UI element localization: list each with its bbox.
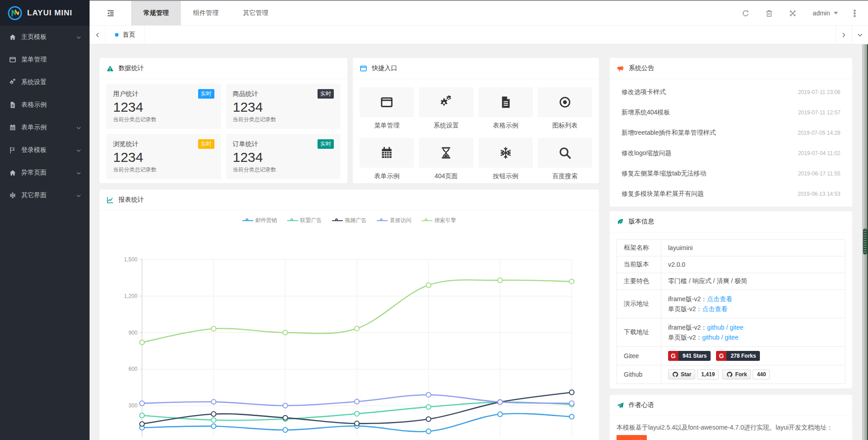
refresh-button[interactable]	[734, 0, 758, 26]
version-info-card: 版本信息 框架名称layuimini当前版本v2.0.0主要特色零门槛 / 响应…	[610, 211, 852, 388]
page-tab-1[interactable]: 首页	[106, 26, 145, 44]
tab-scroll-left-button[interactable]	[90, 26, 106, 44]
legend-item-1[interactable]: 邮件营销	[242, 217, 277, 224]
notice-time: 2019-06-13 14:53	[797, 191, 840, 197]
quick-entry-label: 菜单管理	[360, 122, 414, 130]
sidebar-item-5[interactable]: 表单示例	[0, 116, 90, 139]
svg-text:1,200: 1,200	[124, 293, 138, 299]
legend-label: 联盟广告	[300, 217, 322, 224]
home-icon	[9, 169, 16, 176]
quick-entry-4[interactable]: 图标列表	[538, 87, 592, 130]
topbar-tab-1[interactable]: 常规管理	[131, 1, 181, 25]
notice-item-6[interactable]: 修复多模块菜单栏展开有问题2019-06-13 14:53	[615, 184, 847, 204]
notice-item-5[interactable]: 修复左侧菜单缩放tab无法移动2019-06-17 11:55	[615, 163, 847, 184]
topbar-tab-3[interactable]: 其它管理	[231, 1, 280, 25]
tab-scroll-right-button[interactable]	[835, 26, 852, 44]
leaf-icon	[617, 218, 624, 226]
version-row-value: v2.0.0	[661, 256, 845, 273]
more-menu-button[interactable]	[846, 0, 863, 26]
legend-item-3[interactable]: 视频广告	[332, 217, 367, 224]
fullscreen-button[interactable]	[781, 0, 805, 26]
notice-item-3[interactable]: 新增treetable插件和菜单管理样式2019-07-05 14:28	[615, 123, 847, 143]
version-link[interactable]: github	[702, 334, 719, 341]
quick-entry-icon-box	[538, 87, 592, 117]
version-link[interactable]: 点击查看	[707, 295, 732, 303]
version-link-line: iframe版-v2：点击查看	[668, 294, 838, 304]
app-logo[interactable]: LAYUI MINI	[0, 0, 90, 26]
sidebar-item-6[interactable]: 登录模板	[0, 139, 90, 161]
notice-item-2[interactable]: 新增系统404模板2019-07-11 12:57	[615, 102, 847, 123]
topbar-tab-2[interactable]: 组件管理	[181, 1, 231, 25]
stat-realtime-badge: 实时	[198, 89, 214, 99]
gitee-badge-text: 278 Forks	[726, 351, 760, 361]
notice-time: 2019-06-17 11:55	[798, 170, 840, 177]
sidebar-item-4[interactable]: 表格示例	[0, 94, 90, 116]
chevron-down-icon	[76, 125, 81, 130]
legend-marker	[422, 220, 432, 221]
sidebar-menu: 主页模板菜单管理系统设置表格示例表单示例登录模板异常页面其它界面	[0, 26, 90, 207]
warning-triangle-icon	[106, 65, 114, 72]
gitee-badge[interactable]: G278 Forks	[716, 351, 760, 361]
legend-marker	[242, 220, 253, 221]
github-count[interactable]: 440	[753, 369, 770, 379]
active-tab-dot	[115, 33, 119, 37]
legend-item-2[interactable]: 联盟广告	[287, 217, 322, 224]
tabbar-controls	[835, 26, 868, 44]
legend-item-4[interactable]: 直接访问	[377, 217, 412, 224]
chevron-right-icon	[841, 32, 847, 38]
snowflake-icon	[9, 192, 16, 199]
report-line-chart[interactable]: 03006009001,2001,500周一周二周三周四周五周六周日	[100, 224, 599, 437]
stat-label: 订单统计	[233, 140, 258, 148]
quick-entry-2[interactable]: 系统设置	[419, 87, 473, 130]
github-fork-button[interactable]: Fork	[722, 369, 751, 379]
version-link[interactable]: 点击查看	[702, 305, 727, 312]
notice-text: 修复左侧菜单缩放tab无法移动	[621, 170, 706, 178]
quick-entry-3[interactable]: 表格示例	[479, 87, 533, 130]
user-dropdown[interactable]: admin	[805, 9, 846, 17]
sidebar-item-7[interactable]: 异常页面	[0, 161, 90, 184]
home-icon	[9, 33, 16, 41]
stat-label: 用户统计	[113, 90, 138, 98]
version-link[interactable]: gitee	[725, 334, 738, 341]
github-star-button[interactable]: Star	[668, 369, 695, 379]
gitee-badge[interactable]: G941 Stars	[668, 351, 711, 361]
version-card-header: 版本信息	[610, 211, 852, 232]
snowflake-icon	[499, 146, 512, 160]
link-prefix: iframe版-v2：	[668, 295, 707, 303]
clear-cache-button[interactable]	[758, 0, 781, 26]
quick-entry-6[interactable]: 404页面	[419, 138, 473, 180]
quick-entry-5[interactable]: 表单示例	[360, 138, 414, 180]
sidebar-item-3[interactable]: 系统设置	[0, 71, 90, 94]
quick-entry-card: 快捷入口 菜单管理系统设置表格示例图标列表表单示例404页面按钮示例百度搜索	[353, 58, 599, 183]
quick-entry-icon-box	[360, 138, 414, 168]
github-action-label: Star	[681, 371, 691, 378]
layui-doc-badge[interactable]: layui文档	[617, 435, 647, 440]
stats-grid: 用户统计实时1234当前分类总记录数商品统计实时1234当前分类总记录数浏览统计…	[100, 79, 347, 184]
version-card-title: 版本信息	[629, 218, 654, 226]
refresh-icon	[742, 9, 749, 17]
chart-legend: 邮件营销联盟广告视频广告直接访问搜索引擎	[100, 217, 599, 224]
scrollbar-thumb[interactable]	[863, 228, 867, 255]
legend-marker-dot	[425, 218, 427, 221]
sidebar-item-2[interactable]: 菜单管理	[0, 48, 90, 71]
page-scrollbar[interactable]	[862, 44, 868, 440]
version-link[interactable]: gitee	[730, 324, 743, 331]
sidebar-item-8[interactable]: 其它界面	[0, 184, 90, 207]
version-link[interactable]: github	[707, 324, 724, 331]
quick-entry-8[interactable]: 百度搜索	[538, 138, 592, 180]
sidebar-item-1[interactable]: 主页模板	[0, 26, 90, 48]
stat-box-top: 浏览统计实时	[113, 139, 214, 149]
version-row-value: iframe版-v2：点击查看单页版-v2：点击查看	[661, 290, 845, 318]
quick-entry-1[interactable]: 菜单管理	[360, 87, 414, 130]
octocat-icon	[726, 371, 733, 378]
legend-item-5[interactable]: 搜索引擎	[422, 217, 456, 224]
sidebar-collapse-button[interactable]	[90, 1, 131, 25]
chevron-left-icon	[95, 32, 100, 38]
notice-card-title: 系统公告	[629, 64, 654, 72]
notice-item-1[interactable]: 修改选项卡样式2019-07-11 23:06	[615, 82, 847, 102]
notice-item-4[interactable]: 修改logo缩放问题2019-07-04 11:02	[615, 143, 847, 163]
tab-operations-button[interactable]	[852, 26, 868, 44]
quick-entry-7[interactable]: 按钮示例	[479, 138, 533, 180]
github-count[interactable]: 1,419	[697, 369, 719, 379]
stat-box-4: 订单统计实时1234当前分类总记录数	[226, 134, 341, 179]
